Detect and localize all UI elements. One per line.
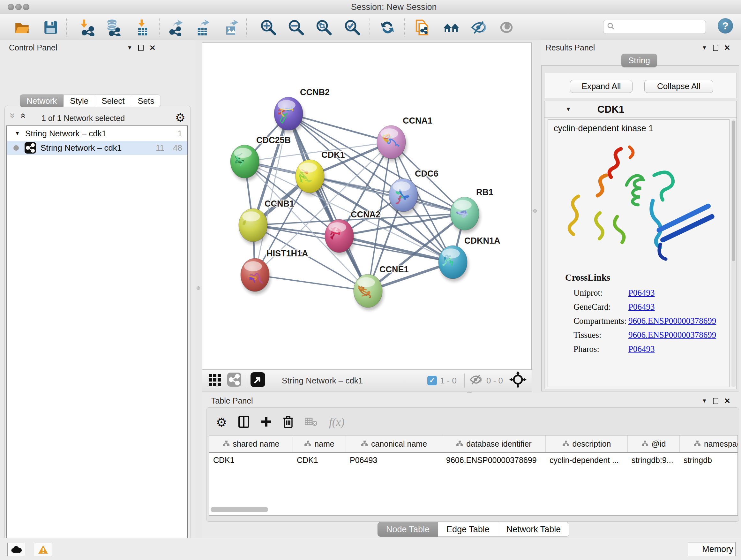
close-panel-icon[interactable]: ✕ bbox=[149, 44, 156, 52]
cloud-button[interactable] bbox=[7, 543, 25, 556]
network-row-selected[interactable]: String Network – cdk1 11 48 bbox=[7, 141, 187, 155]
collapse-panel-icon[interactable]: ▼ bbox=[702, 45, 707, 51]
open-file-icon[interactable] bbox=[13, 18, 31, 37]
export-network-icon[interactable] bbox=[167, 18, 185, 37]
protein-disclosure-icon[interactable]: ▼ bbox=[565, 106, 571, 113]
tab-network-table[interactable]: Network Table bbox=[498, 522, 569, 537]
memory-button[interactable]: Memory bbox=[688, 542, 736, 556]
collapse-panel-icon[interactable]: ▼ bbox=[127, 45, 132, 51]
refresh-icon[interactable] bbox=[378, 18, 397, 37]
clear-table-icon[interactable] bbox=[305, 417, 318, 428]
delete-column-icon[interactable] bbox=[283, 415, 293, 429]
split-columns-icon[interactable] bbox=[239, 416, 249, 429]
results-scrollbar[interactable] bbox=[731, 119, 736, 387]
close-panel-icon[interactable]: ✕ bbox=[724, 396, 731, 406]
float-panel-icon[interactable] bbox=[713, 45, 718, 51]
tab-node-table[interactable]: Node Table bbox=[378, 522, 438, 537]
network-node-CCNB2[interactable] bbox=[274, 97, 304, 133]
network-edge-count: 48 bbox=[173, 143, 182, 153]
settings-gear-icon[interactable]: ⚙ bbox=[216, 415, 227, 429]
network-collection-row[interactable]: ▼ String Network – cdk1 1 bbox=[7, 126, 187, 141]
zoom-fit-icon[interactable] bbox=[315, 18, 333, 37]
move-crosshair-icon[interactable] bbox=[509, 371, 527, 390]
grid-view-icon[interactable] bbox=[208, 373, 222, 389]
maximize-window-button[interactable] bbox=[23, 4, 29, 10]
hidden-eye-icon[interactable] bbox=[469, 374, 483, 387]
tab-edge-table[interactable]: Edge Table bbox=[438, 522, 498, 537]
import-database-icon[interactable] bbox=[104, 18, 123, 37]
zoom-out-icon[interactable] bbox=[287, 18, 306, 37]
network-node-CDKN1A[interactable] bbox=[439, 246, 468, 282]
export-table-icon[interactable] bbox=[194, 18, 212, 37]
column-header-canonical-name[interactable]: canonical name bbox=[346, 435, 442, 452]
preview-disabled-icon[interactable] bbox=[497, 18, 516, 37]
crosslink-pharos[interactable]: P06493 bbox=[628, 344, 655, 354]
collection-disclosure-icon[interactable]: ▼ bbox=[15, 130, 20, 137]
export-image-icon[interactable] bbox=[222, 18, 241, 37]
network-node-RB1[interactable] bbox=[450, 197, 480, 233]
netbar-separator bbox=[464, 374, 465, 388]
column-type-icon bbox=[562, 439, 569, 449]
tab-string[interactable]: String bbox=[621, 54, 657, 67]
network-node-CCNA1[interactable] bbox=[377, 125, 407, 162]
network-node-CCNE1[interactable] bbox=[354, 274, 384, 310]
add-column-icon[interactable] bbox=[261, 416, 272, 429]
column-header-namespace[interactable]: namespace bbox=[680, 435, 738, 452]
right-splitter-handle[interactable] bbox=[533, 209, 537, 212]
warning-button[interactable] bbox=[34, 543, 52, 556]
search-input[interactable] bbox=[603, 20, 706, 34]
home-view-icon[interactable] bbox=[442, 18, 461, 37]
column-header-shared-name[interactable]: shared name bbox=[209, 435, 293, 452]
node-table[interactable]: shared namenamecanonical namedatabase id… bbox=[209, 435, 738, 516]
float-panel-icon[interactable] bbox=[713, 398, 718, 404]
expand-all-icon[interactable]: « bbox=[20, 113, 27, 118]
clone-network-icon[interactable] bbox=[413, 18, 431, 37]
navigator-icon[interactable] bbox=[251, 372, 265, 389]
collapse-panel-icon[interactable]: ▼ bbox=[702, 398, 707, 404]
table-tabs: Node TableEdge TableNetwork Table bbox=[378, 522, 569, 537]
tab-select[interactable]: Select bbox=[95, 95, 131, 107]
left-splitter-handle[interactable] bbox=[197, 287, 200, 290]
protein-card-header[interactable]: ▼ CDK1 bbox=[544, 101, 737, 118]
zoom-in-icon[interactable] bbox=[259, 18, 278, 37]
table-horizontal-scrollbar[interactable] bbox=[211, 507, 268, 512]
control-panel-title: Control Panel bbox=[9, 43, 57, 52]
share-view-icon[interactable] bbox=[227, 373, 241, 389]
crosslink-compartments[interactable]: 9606.ENSP00000378699 bbox=[628, 316, 716, 326]
memory-label: Memory bbox=[702, 544, 733, 554]
tab-style[interactable]: Style bbox=[64, 95, 95, 107]
collapse-all-button[interactable]: Collapse All bbox=[644, 80, 713, 93]
network-node-CDK1[interactable] bbox=[295, 160, 326, 196]
crosslink-genecard[interactable]: P06493 bbox=[628, 302, 655, 312]
column-header-description[interactable]: description bbox=[546, 435, 628, 452]
memory-status-dot bbox=[690, 545, 698, 553]
expand-all-button[interactable]: Expand All bbox=[570, 80, 632, 93]
tab-sets[interactable]: Sets bbox=[131, 95, 161, 107]
node-label-CDC6: CDC6 bbox=[415, 169, 439, 179]
float-panel-icon[interactable] bbox=[138, 45, 144, 51]
close-window-button[interactable] bbox=[8, 4, 14, 10]
column-header-database-identifier[interactable]: database identifier bbox=[442, 435, 546, 452]
import-network-icon[interactable] bbox=[77, 18, 96, 37]
network-edge-CCNE1-HIST1H1A[interactable] bbox=[255, 275, 368, 291]
import-table-icon[interactable] bbox=[133, 18, 152, 37]
zoom-selected-icon[interactable] bbox=[343, 18, 361, 37]
tab-network[interactable]: Network bbox=[20, 95, 64, 107]
help-button[interactable]: ? bbox=[718, 18, 733, 34]
crosslink-tissues[interactable]: 9606.ENSP00000378699 bbox=[628, 330, 716, 340]
node-label-CDKN1A: CDKN1A bbox=[464, 236, 500, 246]
close-panel-icon[interactable]: ✕ bbox=[724, 44, 731, 52]
collapse-all-icon[interactable]: « bbox=[8, 113, 15, 118]
table-row[interactable]: CDK1CDK1P064939606.ENSP00000378699cyclin… bbox=[209, 453, 738, 468]
column-header-@id[interactable]: @id bbox=[628, 435, 680, 452]
minimize-window-button[interactable] bbox=[15, 4, 22, 10]
save-icon[interactable] bbox=[42, 18, 60, 37]
network-canvas[interactable]: CCNB2CCNA1CDC25BCDK1CDC6RB1CCNB1CCNA2CDK… bbox=[202, 43, 532, 370]
network-options-gear-icon[interactable]: ⚙ bbox=[175, 111, 185, 125]
show-hide-icon[interactable] bbox=[469, 18, 488, 37]
column-header-name[interactable]: name bbox=[293, 435, 346, 452]
selected-checkbox-icon[interactable]: ✓ bbox=[427, 376, 437, 385]
node-label-CCNB2: CCNB2 bbox=[300, 87, 330, 97]
crosslink-uniprot[interactable]: P06493 bbox=[628, 288, 655, 298]
function-builder-icon[interactable]: f(x) bbox=[329, 416, 345, 429]
